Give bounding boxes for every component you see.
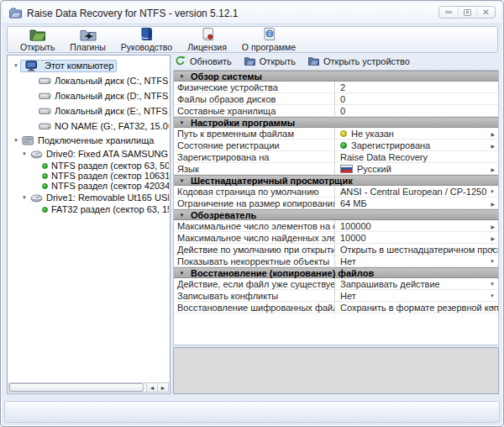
close-button[interactable]: ✕ — [476, 7, 495, 18]
title-bar[interactable]: Raise Data Recovery for NTFS - version 5… — [3, 3, 501, 24]
scrollbar-track[interactable] — [8, 382, 147, 393]
dropdown-arrow-icon[interactable]: ▼ — [490, 305, 495, 310]
dropdown-arrow-icon[interactable]: ▼ — [490, 259, 495, 264]
property-value[interactable]: Зарегистрирована▶ — [335, 140, 498, 150]
property-row[interactable]: Восстановление шифрованных файлов на NTF… — [174, 302, 498, 314]
property-value-text: 64 МБ — [340, 198, 367, 208]
dropdown-arrow-icon[interactable]: ▼ — [490, 293, 495, 298]
collapse-arrow-icon[interactable]: ▼ — [176, 178, 188, 183]
section-header[interactable]: ▼Обозреватель — [174, 209, 498, 220]
scroll-right-button[interactable]: ► — [158, 382, 169, 393]
expand-arrow-icon[interactable]: ▼ — [20, 151, 29, 156]
minimize-button[interactable] — [439, 7, 458, 18]
maximize-button[interactable] — [458, 7, 476, 18]
tree-item[interactable]: ▼Drive0: Fixed ATA SAMSUNG HD321KJ — [8, 147, 169, 161]
dropdown-arrow-icon[interactable]: ▼ — [490, 189, 495, 194]
property-row[interactable]: Действие, если файл уже существуетЗапраш… — [174, 278, 498, 290]
tree-item[interactable]: NTFS раздел (сектор 420340788, 97.65ГБ) — [8, 181, 169, 191]
property-value[interactable]: 0 — [335, 105, 498, 116]
local-disk-icon — [39, 92, 51, 100]
plugins-folder-icon — [80, 28, 97, 41]
property-label: Действие, если файл уже существует — [174, 278, 335, 289]
toolbar-button-manual[interactable]: Руководство — [113, 27, 180, 52]
toolbar-button-about[interactable]: О программе — [234, 27, 303, 52]
section-header[interactable]: ▼Восстановление (копирование) файлов — [174, 267, 498, 278]
dropdown-arrow-icon[interactable]: ▼ — [490, 282, 495, 287]
toolbar-button-license[interactable]: Лицензия — [180, 27, 234, 52]
tree-item[interactable]: ▼Drive1: Removable Ut165 USB USB2Flash — [8, 191, 169, 204]
property-row[interactable]: Максимальное число элементов на странице… — [174, 220, 498, 232]
property-row[interactable]: Физические устройства2 — [174, 82, 498, 93]
panel-toolbar-button-refresh[interactable]: Обновить — [175, 55, 232, 66]
submenu-arrow-icon[interactable]: ▶ — [491, 223, 495, 229]
property-label: Показывать некорректные объекты — [174, 256, 335, 266]
collapse-arrow-icon[interactable]: ▼ — [176, 271, 188, 276]
section-header[interactable]: ▼Обзор системы — [174, 71, 498, 82]
collapse-arrow-icon[interactable]: ▼ — [176, 74, 188, 79]
property-value[interactable]: Сохранить в формате резервной копии▼ — [335, 302, 498, 313]
property-row[interactable]: Максимальное число найденных элементов в… — [174, 232, 498, 244]
property-row[interactable]: Действие по умолчанию при открытии файла… — [174, 244, 498, 256]
section-header[interactable]: ▼Настройки программы — [174, 117, 498, 128]
tree-item[interactable]: NO NAME (G:, FAT32, 15.06ГБ) — [8, 119, 169, 134]
property-row[interactable]: Состояние регистрацииЗарегистрирована▶ — [174, 140, 498, 151]
property-row[interactable]: Кодовая страница по умолчаниюANSI - Cent… — [174, 186, 498, 198]
property-value[interactable]: Не указан▶ — [335, 128, 498, 139]
property-row[interactable]: Путь к временным файламНе указан▶ — [174, 128, 498, 140]
tree-item[interactable]: ▼Подключенные хранилища — [8, 134, 169, 147]
tree-item[interactable]: Локальный диск (C:, NTFS, 50.69ГБ) — [8, 73, 169, 88]
tree-item-label: Drive1: Removable Ut165 USB USB2Flash — [46, 192, 169, 203]
property-value-text: Не указан — [351, 129, 394, 139]
main-toolbar: ОткрытьПлагиныРуководствоЛицензияО прогр… — [7, 26, 498, 53]
property-value[interactable]: Raise Data Recovery — [335, 151, 498, 162]
property-value[interactable]: 0 — [335, 93, 498, 104]
property-row[interactable]: Составные хранилища0 — [174, 105, 498, 117]
horizontal-scrollbar[interactable]: ◄ ► — [8, 382, 169, 393]
collapse-arrow-icon[interactable]: ▼ — [176, 213, 188, 218]
section-header[interactable]: ▼Шестнадцатеричный просмотрщик — [174, 175, 498, 186]
tree-item[interactable]: Локальный диск (D:, NTFS, 149.73ГБ) — [8, 88, 169, 103]
property-label: Максимальное число найденных элементов в… — [174, 232, 335, 243]
tree-item[interactable]: FAT32 раздел (сектор 63, 15.06ГБ) — [8, 204, 169, 214]
computer-icon — [25, 61, 38, 71]
submenu-arrow-icon[interactable]: ▶ — [491, 166, 495, 171]
tree-item[interactable]: NTFS раздел (сектор 106318233, 149.73ГБ) — [8, 171, 169, 181]
license-book-icon — [200, 27, 215, 41]
property-value[interactable]: ANSI - Central European / CP-1250▼ — [335, 186, 498, 197]
property-value[interactable]: Нет▼ — [335, 256, 498, 266]
property-value[interactable]: Нет▼ — [335, 290, 498, 301]
property-row[interactable]: Файлы образов дисков0 — [174, 93, 498, 105]
property-value[interactable]: 100000▶ — [335, 220, 498, 231]
scrollbar-thumb[interactable] — [9, 383, 144, 392]
tree-item[interactable]: Локальный диск (E:, NTFS, 97.65ГБ) — [8, 103, 169, 119]
property-row[interactable]: Записывать конфликтыНет▼ — [174, 290, 498, 302]
property-value[interactable]: Запрашивать действие▼ — [335, 278, 498, 289]
toolbar-button-open[interactable]: Открыть — [13, 27, 62, 52]
toolbar-button-label: Руководство — [121, 42, 172, 52]
collapse-arrow-icon[interactable]: ▼ — [176, 120, 188, 125]
submenu-arrow-icon[interactable]: ▶ — [491, 235, 495, 240]
panel-toolbar-button-open[interactable]: Открыть — [244, 56, 296, 66]
expand-arrow-icon[interactable]: ▼ — [12, 63, 20, 68]
submenu-arrow-icon[interactable]: ▶ — [491, 200, 495, 206]
property-value[interactable]: 2 — [335, 82, 498, 92]
property-row[interactable]: Ограничение на размер копирования64 МБ▶ — [174, 198, 498, 209]
expand-arrow-icon[interactable]: ▼ — [20, 195, 29, 200]
property-value[interactable]: 64 МБ▶ — [335, 198, 498, 208]
property-value[interactable]: Открыть в шестнадцатеричном просмотрщике… — [335, 244, 498, 255]
toolbar-button-plugins[interactable]: Плагины — [62, 27, 113, 52]
property-row[interactable]: Зарегистрирована наRaise Data Recovery — [174, 151, 498, 163]
panel-toolbar-button-open-device[interactable]: Открыть устройство — [308, 56, 410, 66]
property-value[interactable]: Русский▶ — [335, 163, 498, 174]
property-row[interactable]: Показывать некорректные объектыНет▼ — [174, 256, 498, 267]
scroll-left-button[interactable]: ◄ — [147, 382, 158, 393]
submenu-arrow-icon[interactable]: ▶ — [491, 130, 495, 136]
dropdown-arrow-icon[interactable]: ▼ — [490, 247, 495, 252]
property-value[interactable]: 10000▶ — [335, 232, 498, 243]
submenu-arrow-icon[interactable]: ▶ — [491, 142, 495, 148]
expand-arrow-icon[interactable]: ▼ — [12, 138, 20, 143]
tree-item[interactable]: ▼Этот компьютер — [8, 58, 169, 73]
tree-item[interactable]: NTFS раздел (сектор 63, 50.69ГБ) — [8, 161, 169, 171]
property-label: Действие по умолчанию при открытии файла — [174, 244, 335, 255]
property-row[interactable]: ЯзыкРусский▶ — [174, 163, 498, 175]
